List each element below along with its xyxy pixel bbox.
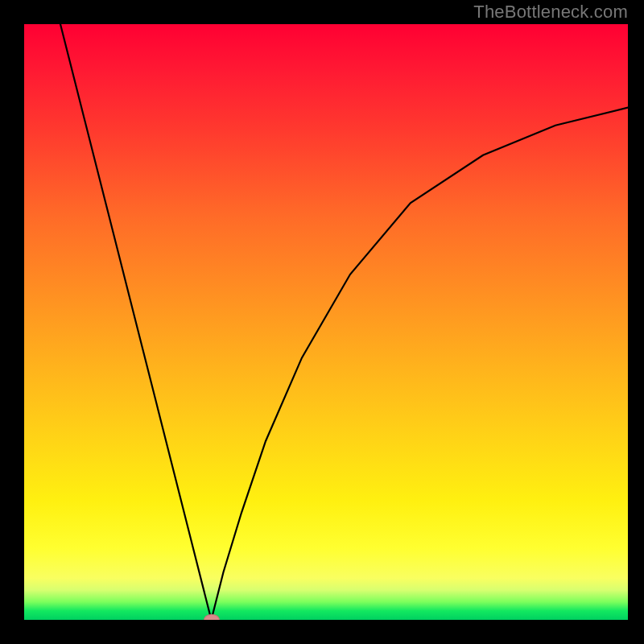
curve-right-branch bbox=[212, 108, 629, 620]
curve-left-branch bbox=[60, 24, 212, 620]
plot-area bbox=[24, 24, 628, 620]
curve-svg bbox=[24, 24, 628, 620]
chart-root: TheBottleneck.com bbox=[0, 0, 644, 644]
watermark-text: TheBottleneck.com bbox=[473, 2, 628, 23]
minimum-marker bbox=[204, 614, 220, 620]
